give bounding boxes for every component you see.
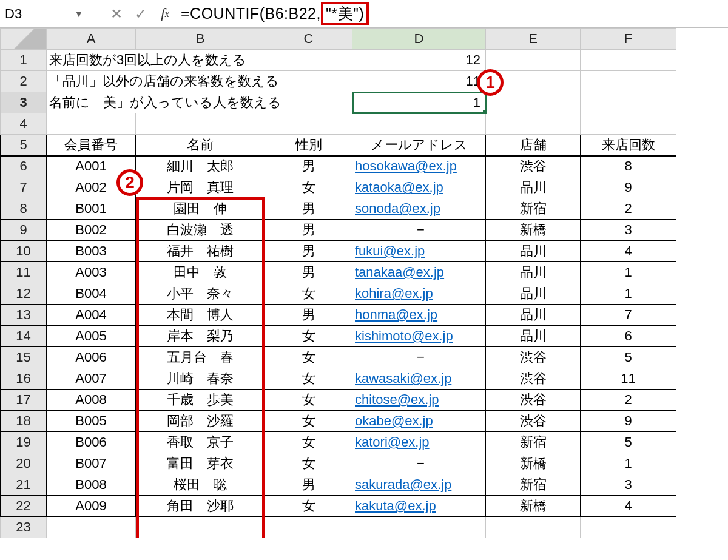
cell-store[interactable]: 品川 — [486, 305, 581, 326]
cell-gender[interactable]: 男 — [265, 241, 352, 262]
cell-gender[interactable]: 女 — [265, 496, 352, 517]
row-header-11[interactable]: 11 — [1, 262, 47, 283]
cell-member-id[interactable]: B001 — [47, 198, 136, 220]
cell-name[interactable]: 片岡 真理 — [136, 177, 265, 198]
email-link[interactable]: hosokawa@ex.jp — [355, 158, 457, 174]
cell-visits[interactable]: 6 — [581, 326, 676, 347]
cell-store[interactable]: 品川 — [486, 241, 581, 262]
cell-member-id[interactable]: B003 — [47, 241, 136, 262]
cell-member-id[interactable]: A005 — [47, 326, 136, 347]
email-link[interactable]: kohira@ex.jp — [355, 286, 433, 301]
email-link[interactable]: tanakaa@ex.jp — [355, 265, 444, 280]
cell-name[interactable]: 桜田 聡 — [136, 474, 265, 496]
col-header-E[interactable]: E — [486, 29, 581, 50]
cell-gender[interactable]: 女 — [265, 411, 352, 432]
cell[interactable] — [581, 50, 676, 71]
row-header-23[interactable]: 23 — [1, 517, 47, 538]
cell[interactable] — [136, 517, 265, 538]
cell-store[interactable]: 新橋 — [486, 220, 581, 241]
cell-gender[interactable]: 女 — [265, 453, 352, 474]
cell-gender[interactable]: 男 — [265, 198, 352, 220]
cell-name[interactable]: 五月台 春 — [136, 347, 265, 368]
cell-name[interactable]: 岸本 梨乃 — [136, 326, 265, 347]
cell-store[interactable]: 渋谷 — [486, 390, 581, 411]
header-member-id[interactable]: 会員番号 — [47, 135, 136, 156]
cell[interactable] — [47, 517, 136, 538]
cell[interactable] — [352, 113, 486, 135]
cell-email[interactable]: kishimoto@ex.jp — [352, 326, 486, 347]
cell-member-id[interactable]: B008 — [47, 474, 136, 496]
cell-email[interactable]: sonoda@ex.jp — [352, 198, 486, 220]
col-header-D[interactable]: D — [352, 29, 486, 50]
select-all-corner[interactable] — [1, 29, 47, 50]
name-box-dropdown-icon[interactable]: ▼ — [70, 9, 87, 19]
row-header-4[interactable]: 4 — [1, 113, 47, 135]
cell-gender[interactable]: 女 — [265, 177, 352, 198]
row-header-16[interactable]: 16 — [1, 368, 47, 390]
row-header-14[interactable]: 14 — [1, 326, 47, 347]
email-link[interactable]: sonoda@ex.jp — [355, 201, 440, 216]
row-header-2[interactable]: 2 — [1, 71, 47, 92]
cell-visits[interactable]: 5 — [581, 347, 676, 368]
cell-gender[interactable]: 男 — [265, 305, 352, 326]
header-email[interactable]: メールアドレス — [352, 135, 486, 156]
email-link[interactable]: sakurada@ex.jp — [355, 477, 451, 492]
row-header-15[interactable]: 15 — [1, 347, 47, 368]
cell-email[interactable]: tanakaa@ex.jp — [352, 262, 486, 283]
email-link[interactable]: honma@ex.jp — [355, 307, 437, 322]
label-cell[interactable]: 来店回数が3回以上の人を数える — [47, 50, 352, 71]
cell-gender[interactable]: 女 — [265, 283, 352, 305]
cell-email[interactable]: sakurada@ex.jp — [352, 474, 486, 496]
email-link[interactable]: okabe@ex.jp — [355, 413, 433, 428]
cell-member-id[interactable]: B004 — [47, 283, 136, 305]
col-header-F[interactable]: F — [581, 29, 676, 50]
cell-email[interactable]: fukui@ex.jp — [352, 241, 486, 262]
cell-visits[interactable]: 3 — [581, 220, 676, 241]
cell-visits[interactable]: 9 — [581, 177, 676, 198]
cell-store[interactable]: 新橋 — [486, 453, 581, 474]
row-header-22[interactable]: 22 — [1, 496, 47, 517]
cell[interactable] — [265, 113, 352, 135]
cell-email[interactable]: − — [352, 220, 486, 241]
cell-name[interactable]: 小平 奈々 — [136, 283, 265, 305]
cell[interactable] — [581, 517, 676, 538]
row-header-1[interactable]: 1 — [1, 50, 47, 71]
cell[interactable] — [581, 113, 676, 135]
row-header-12[interactable]: 12 — [1, 283, 47, 305]
cell-name[interactable]: 園田 伸 — [136, 198, 265, 220]
cell-name[interactable]: 田中 敦 — [136, 262, 265, 283]
cell-member-id[interactable]: B007 — [47, 453, 136, 474]
cell-store[interactable]: 品川 — [486, 262, 581, 283]
cell[interactable] — [486, 517, 581, 538]
cell-visits[interactable]: 11 — [581, 368, 676, 390]
cell-gender[interactable]: 男 — [265, 474, 352, 496]
cell-name[interactable]: 角田 沙耶 — [136, 496, 265, 517]
accept-formula-icon[interactable]: ✓ — [129, 0, 153, 27]
cell-visits[interactable]: 2 — [581, 198, 676, 220]
cell-store[interactable]: 渋谷 — [486, 411, 581, 432]
cell-store[interactable]: 品川 — [486, 326, 581, 347]
cell-store[interactable]: 品川 — [486, 283, 581, 305]
cell-email[interactable]: honma@ex.jp — [352, 305, 486, 326]
label-cell[interactable]: 「品川」以外の店舗の来客数を数える — [47, 71, 352, 92]
cell-store[interactable]: 渋谷 — [486, 156, 581, 177]
row-header-18[interactable]: 18 — [1, 411, 47, 432]
cell-visits[interactable]: 1 — [581, 453, 676, 474]
cell-name[interactable]: 川崎 春奈 — [136, 368, 265, 390]
cell-email[interactable]: kakuta@ex.jp — [352, 496, 486, 517]
cell-name[interactable]: 白波瀬 透 — [136, 220, 265, 241]
row-header-10[interactable]: 10 — [1, 241, 47, 262]
cell-visits[interactable]: 4 — [581, 241, 676, 262]
value-cell[interactable]: 11 — [352, 71, 486, 92]
cell-email[interactable]: hosokawa@ex.jp — [352, 156, 486, 177]
cell-gender[interactable]: 女 — [265, 390, 352, 411]
cell-visits[interactable]: 4 — [581, 496, 676, 517]
cell-name[interactable]: 岡部 沙羅 — [136, 411, 265, 432]
cell-email[interactable]: chitose@ex.jp — [352, 390, 486, 411]
cell-email[interactable]: kataoka@ex.jp — [352, 177, 486, 198]
cell-name[interactable]: 細川 太郎 — [136, 156, 265, 177]
cell-visits[interactable]: 2 — [581, 390, 676, 411]
formula-input[interactable]: =COUNTIF(B6:B22, "*美") — [177, 2, 728, 25]
cell-name[interactable]: 千歳 歩美 — [136, 390, 265, 411]
cell-member-id[interactable]: B002 — [47, 220, 136, 241]
